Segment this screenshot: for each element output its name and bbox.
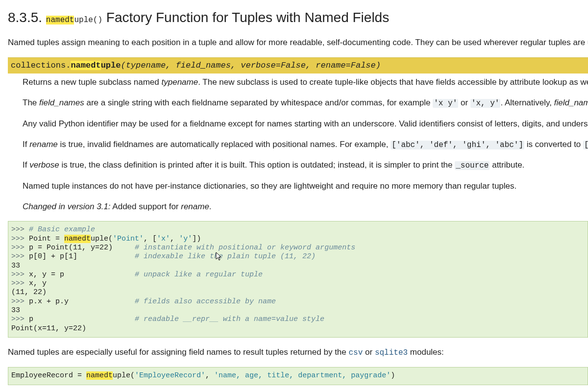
code-example-basic[interactable]: >>> # Basic example >>> Point = namedtup… bbox=[8, 221, 588, 338]
desc-p1: Returns a new tuple subclass named typen… bbox=[23, 76, 588, 88]
desc-p2: The field_names are a single string with… bbox=[23, 97, 588, 109]
desc-p6: Named tuple instances do not have per-in… bbox=[23, 180, 588, 192]
desc-p5: If verbose is true, the class definition… bbox=[23, 159, 588, 171]
desc-p8: Named tuples are especially useful for a… bbox=[8, 346, 588, 358]
intro-paragraph: Named tuples assign meaning to each posi… bbox=[8, 37, 588, 49]
section-heading: 8.3.5. namedtuple() Factory Function for… bbox=[8, 8, 588, 27]
desc-p3: Any valid Python identifier may be used … bbox=[23, 118, 588, 130]
section-number: 8.3.5. bbox=[8, 10, 42, 25]
csv-link[interactable]: csv bbox=[349, 347, 363, 357]
sqlite3-link[interactable]: sqlite3 bbox=[375, 347, 408, 357]
function-signature: collections.namedtuple(typename, field_n… bbox=[8, 57, 588, 74]
desc-p4: If rename is true, invalid fieldnames ar… bbox=[23, 139, 588, 150]
version-changed: Changed in version 3.1: Added support fo… bbox=[23, 201, 588, 213]
heading-code: namedtuple() bbox=[46, 16, 102, 24]
code-example-employee[interactable]: EmployeeRecord = namedtuple('EmployeeRec… bbox=[8, 367, 588, 385]
